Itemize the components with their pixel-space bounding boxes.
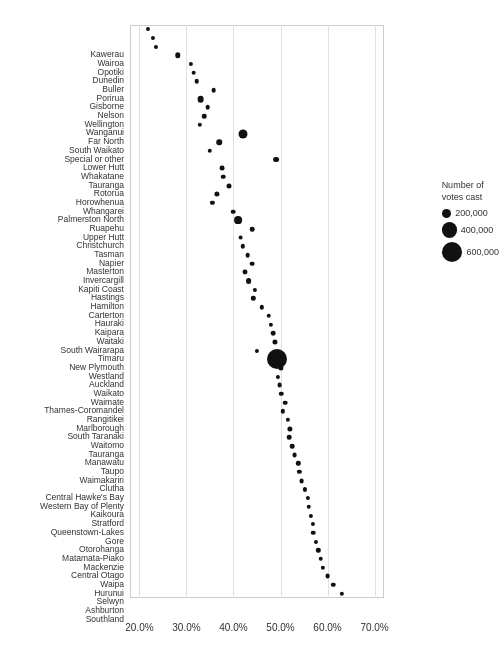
legend: Number of votes cast200,000400,000600,00… <box>442 180 499 266</box>
data-dot <box>316 548 320 552</box>
x-tick-label: 20.0% <box>125 622 153 633</box>
legend-item: 200,000 <box>442 208 499 218</box>
data-dot <box>253 288 257 292</box>
data-dot <box>283 400 288 405</box>
data-dot <box>146 27 150 31</box>
x-tick-label: 70.0% <box>360 622 388 633</box>
data-dot <box>314 540 318 544</box>
data-dot <box>245 253 250 258</box>
data-dot <box>250 261 255 266</box>
data-dot <box>292 452 297 457</box>
data-dot <box>281 409 285 413</box>
data-dot <box>276 375 280 379</box>
data-dot <box>217 139 223 145</box>
data-dot <box>243 270 248 275</box>
data-dot <box>195 79 200 84</box>
data-dot <box>290 444 295 449</box>
legend-title: Number of votes cast <box>442 180 499 203</box>
data-dot <box>214 192 219 197</box>
data-dot <box>271 331 276 336</box>
data-dot <box>297 470 301 474</box>
data-dot <box>246 278 252 284</box>
data-dot <box>266 314 271 319</box>
legend-item: 600,000 <box>442 242 499 263</box>
data-dot <box>277 383 282 388</box>
data-dot <box>251 296 255 300</box>
data-dot <box>231 209 236 214</box>
data-dot <box>299 478 304 483</box>
data-dot <box>238 129 247 138</box>
data-dot <box>234 216 242 224</box>
data-dot <box>175 53 180 58</box>
data-dot <box>310 522 314 526</box>
x-tick-label: 40.0% <box>219 622 247 633</box>
data-dot <box>303 487 307 491</box>
legend-dot <box>442 222 457 237</box>
data-dot <box>205 105 210 110</box>
data-dot <box>272 339 277 344</box>
data-dot <box>151 36 155 40</box>
data-dot <box>219 166 224 171</box>
data-dot <box>260 305 264 309</box>
legend-dot <box>442 242 463 263</box>
data-dot <box>241 244 245 248</box>
data-dot <box>296 461 300 465</box>
data-dot <box>321 565 325 569</box>
chart-area: 20.0%30.0%40.0%50.0%60.0%70.0% <box>130 25 384 598</box>
data-dot <box>325 574 330 579</box>
data-dot <box>273 157 279 163</box>
data-dot <box>226 183 231 188</box>
legend-dot <box>442 209 452 219</box>
x-tick-label: 30.0% <box>172 622 200 633</box>
data-dot <box>202 114 207 119</box>
data-dot <box>287 426 292 431</box>
data-dot <box>255 348 259 352</box>
data-dot <box>318 557 323 562</box>
data-dot <box>279 392 284 397</box>
data-dot <box>208 149 212 153</box>
data-dot <box>154 45 158 49</box>
data-dot <box>306 496 310 500</box>
data-dot <box>331 583 336 588</box>
legend-label: 200,000 <box>455 208 488 218</box>
data-dot <box>340 592 344 596</box>
data-dot <box>197 95 204 102</box>
data-dot <box>278 365 283 370</box>
y-label: Southland <box>86 614 124 624</box>
data-dot <box>197 123 201 127</box>
data-dot <box>306 505 311 510</box>
data-dot <box>267 349 287 369</box>
data-dot <box>238 235 243 240</box>
legend-label: 600,000 <box>466 247 499 257</box>
chart-title <box>0 0 504 8</box>
data-dot <box>311 531 316 536</box>
data-dot <box>189 62 193 66</box>
data-dot <box>287 435 292 440</box>
legend-label: 400,000 <box>461 225 494 235</box>
data-dot <box>191 70 196 75</box>
data-dot <box>309 513 313 517</box>
y-labels: KawerauWairoaOpotikiDunedinBullerPorirua… <box>0 25 128 598</box>
data-dot <box>250 227 255 232</box>
x-tick-label: 60.0% <box>313 622 341 633</box>
data-dot <box>221 175 226 180</box>
x-tick-label: 50.0% <box>266 622 294 633</box>
chart-container: KawerauWairoaOpotikiDunedinBullerPorirua… <box>0 0 504 648</box>
data-dot <box>211 88 216 93</box>
data-dot <box>285 418 289 422</box>
legend-item: 400,000 <box>442 222 499 237</box>
data-dot <box>210 201 214 205</box>
data-dot <box>269 322 273 326</box>
